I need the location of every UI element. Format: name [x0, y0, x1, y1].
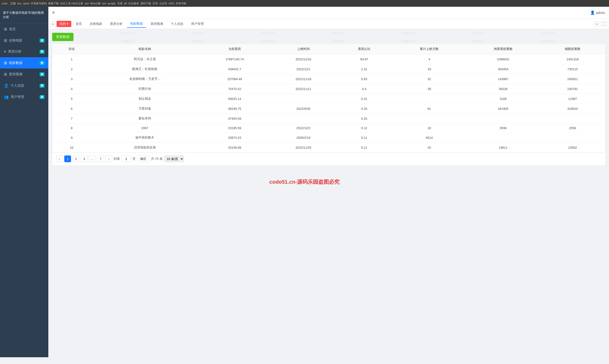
bookmark-google[interactable]: google [108, 2, 116, 5]
sidebar-item-user-mgmt[interactable]: 👥 用户管理 新 [0, 91, 48, 103]
movie-data-table: 排名 电影名称 当前票房 上映时间 票房占比 累计上映天数 淘票票想看数 猫眼想… [52, 44, 605, 152]
bookmark-video[interactable]: 视频下载 [48, 2, 59, 5]
pagination: ‹ 1 2 3 ... 7 › 到第 页 确定 共 70 条 10 条/页 20… [52, 152, 605, 165]
user-mgmt-icon: 👥 [4, 95, 9, 99]
bookmark-social[interactable]: 社交媒体 [128, 2, 139, 5]
tab-nav-left-button[interactable]: « [50, 21, 55, 26]
next-page-button[interactable]: › [105, 156, 112, 162]
page-7-button[interactable]: 7 [97, 156, 104, 162]
bookmark-bao[interactable]: _宝藏 [9, 2, 16, 5]
page-confirm-button[interactable]: 确定 [137, 156, 150, 162]
page-3-button[interactable]: 3 [81, 156, 87, 162]
sidebar-item-now-playing[interactable]: ⊞ 在映电影 新 [0, 35, 48, 46]
page-ellipsis[interactable]: ... [89, 156, 96, 162]
tab-user-mgmt[interactable]: 用户管理 [188, 20, 207, 27]
cell-days [392, 114, 466, 124]
cell-days: 25 [392, 143, 466, 153]
tab-box-office[interactable]: 票房分析 [107, 20, 126, 27]
tab-prediction[interactable]: 票房预测 [147, 20, 166, 27]
cell-rank: 9 [52, 133, 91, 143]
bookmark-source[interactable]: 源码下载 [140, 2, 151, 5]
cell-box_office: 23195.59 [198, 124, 271, 133]
cell-rank: 4 [52, 84, 91, 94]
cell-box_office: 438402.7 [198, 64, 271, 74]
bookmark-v651[interactable]: v651 [169, 2, 175, 5]
bookmark-all[interactable]: 所有书签 [176, 2, 186, 5]
cell-maoyan [540, 114, 605, 124]
tab-nav-right-button[interactable]: » [594, 21, 599, 26]
cell-rank: 10 [52, 143, 91, 153]
cell-box_office: 17997140.74 [198, 54, 271, 64]
hamburger-icon[interactable]: ≡ [52, 10, 55, 15]
table-row: 4扫黑行动75470.522022/11/110.43939228230791 [52, 84, 605, 94]
cell-taopiao: 1098910 [466, 54, 540, 64]
now-playing-icon: ⊞ [4, 38, 7, 43]
tab-bar: « 关闭 ▾ 首页 在映电影 票房分析 电影数据 票房预测 个人信息 用户管理 … [48, 19, 609, 29]
cell-box_ratio: 0.25 [336, 114, 392, 124]
bookmark-account[interactable]: 共享账号密码 [31, 2, 47, 5]
update-data-button[interactable]: 更新数据 [52, 33, 73, 41]
bookmark-bsy[interactable]: bsy [17, 2, 21, 5]
bookmark-uplod[interactable]: uplod [23, 2, 29, 5]
cell-maoyan: 1451318 [540, 54, 605, 64]
home-icon: ⊞ [4, 27, 7, 31]
prev-page-button[interactable]: ‹ [56, 156, 63, 162]
tab-close-button[interactable]: 关闭 ▾ [56, 21, 71, 27]
col-ratio: 票房占比 [336, 44, 392, 54]
sidebar-item-home[interactable]: ⊞ 首页 [0, 23, 48, 35]
table-row: 9放牛班的春天20874.152005/2/180.116514 [52, 133, 605, 143]
cell-rank: 3 [52, 74, 91, 84]
cell-days: 6514 [392, 133, 466, 143]
tab-movie-data[interactable]: 电影数据 [127, 20, 146, 28]
cell-box_ratio: 0.83 [336, 74, 392, 84]
sidebar-item-box-office[interactable]: ≡ 票房分析 新 [0, 46, 48, 57]
page-2-button[interactable]: 2 [72, 156, 79, 162]
action-bar: 更新数据 [52, 33, 605, 41]
cell-maoyan: 2556 [540, 124, 605, 133]
cell-name: 爱在井冈 [91, 114, 198, 124]
bookmark-aff[interactable]: aff [124, 2, 127, 5]
col-taopiao: 淘票票想看数 [466, 44, 540, 54]
bookmark-vps[interactable]: vps [102, 2, 106, 5]
tab-now-playing[interactable]: 在映电影 [86, 20, 106, 27]
close-label: 关闭 [59, 22, 66, 26]
cell-days [392, 94, 466, 104]
page-1-button[interactable]: 1 [64, 156, 71, 162]
bookmark-tools[interactable]: tools [2, 2, 8, 5]
cell-release_date [271, 114, 336, 124]
cell-box_ratio: 94.87 [336, 54, 392, 64]
table-row: 10沼泽深处的女孩20158.892022/11/250.11251961122… [52, 143, 605, 153]
cell-rank: 8 [52, 124, 91, 133]
cell-days: 39 [392, 84, 466, 94]
table-container: 排名 电影名称 当前票房 上映时间 票房占比 累计上映天数 淘票票想看数 猫眼想… [52, 44, 605, 165]
sidebar-item-profile[interactable]: 👤 个人信息 新 [0, 80, 48, 91]
prediction-icon: ⊞ [4, 72, 7, 77]
sidebar-item-movie-data[interactable]: ⊞ 电影数据 新 [0, 57, 48, 68]
header-right: 👤 admin [590, 10, 605, 15]
sidebar-item-label: 个人信息 [11, 83, 38, 88]
page-unit-label: 页 [132, 157, 136, 161]
bookmark-maxcloud[interactable]: Max云梯 [90, 2, 101, 5]
cell-name: 名侦探柯南：万圣节... [91, 74, 198, 84]
tab-profile[interactable]: 个人信息 [167, 20, 187, 27]
bookmark-sitetools[interactable]: 站长工具+站长之家 [60, 2, 83, 5]
cell-box_ratio: 0.4 [336, 84, 392, 94]
bookmark-baidu[interactable]: 百度 [117, 2, 123, 5]
bookmark-community[interactable]: 云社区 [159, 2, 167, 5]
cell-name: 放牛班的春天 [91, 133, 198, 143]
col-days: 累计上映天数 [392, 44, 466, 54]
bookmark-baota[interactable]: 宝塔 [152, 2, 158, 5]
cell-days: 81 [392, 104, 466, 114]
cell-taopiao: 19611 [466, 143, 540, 153]
page-goto-input[interactable] [121, 156, 131, 162]
tab-home[interactable]: 首页 [72, 20, 85, 27]
tab-expand-button[interactable]: ⛶ [600, 21, 607, 26]
bookmark-vpn[interactable]: vpn [84, 2, 89, 5]
sidebar-item-prediction[interactable]: ⊞ 票房预测 新 [0, 68, 48, 80]
profile-icon: 👤 [4, 83, 9, 88]
page-size-select[interactable]: 10 条/页 20 条/页 50 条/页 [164, 156, 184, 162]
cell-taopiao [466, 114, 540, 124]
cell-release_date: 2022/9/30 [271, 104, 336, 114]
cell-rank: 1 [52, 54, 91, 64]
cell-taopiao: 3168 [466, 94, 540, 104]
